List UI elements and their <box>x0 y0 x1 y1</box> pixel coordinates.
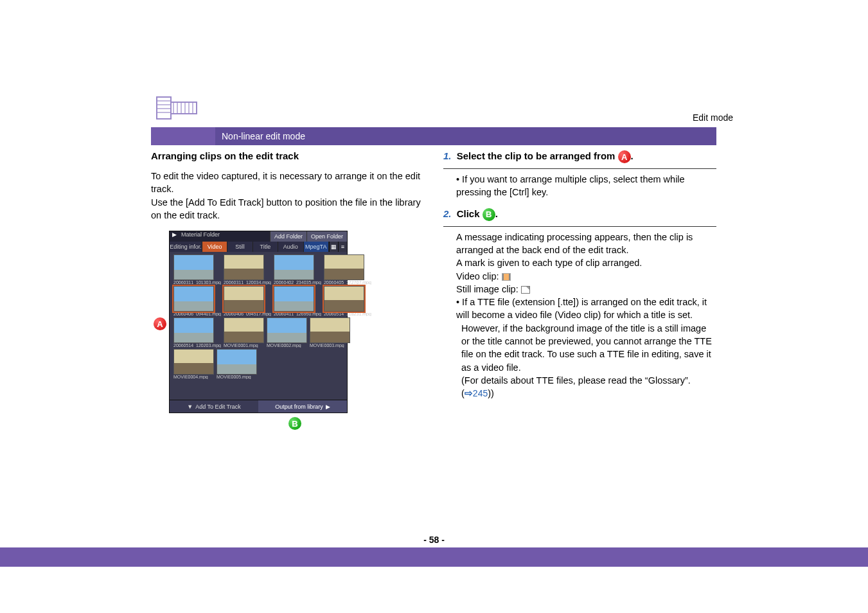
step-1-note: • If you want to arrange multiple clips,… <box>456 173 716 199</box>
tte-note-2: However, if the background image of the … <box>461 322 716 374</box>
thumbnail[interactable] <box>173 254 214 280</box>
open-folder-button[interactable]: Open Folder <box>306 231 347 242</box>
tab-title[interactable]: Title <box>253 242 278 252</box>
thumbnail[interactable] <box>173 317 214 343</box>
video-clip-icon <box>502 273 511 281</box>
thumbnail[interactable] <box>217 349 257 375</box>
badge-b: B <box>288 417 301 430</box>
still-clip-row: Still image clip: <box>456 283 716 296</box>
subheading: Arranging clips on the edit track <box>151 150 424 161</box>
embedded-screenshot: A ▶ Material Folder Add Folder Open Fold… <box>151 231 424 413</box>
thumbnail[interactable] <box>267 317 307 343</box>
svg-rect-0 <box>157 97 171 119</box>
tab-editing-info[interactable]: Editing infor. <box>170 242 202 252</box>
thumbnail[interactable] <box>324 286 364 312</box>
filmstrip-logo <box>154 92 199 124</box>
thumbnail[interactable] <box>173 349 214 375</box>
badge-a: A <box>154 317 166 330</box>
badge-a-inline: A <box>618 150 631 163</box>
thumbnail[interactable] <box>173 286 214 312</box>
thumbnail[interactable] <box>324 254 364 280</box>
intro-para-1: To edit the video captured, it is necess… <box>151 170 424 195</box>
thumbnail[interactable] <box>224 254 264 280</box>
tab-audio[interactable]: Audio <box>278 242 303 252</box>
add-to-edit-track-button[interactable]: ▼ Add To Edit Track <box>170 400 258 413</box>
tte-note-3: (For details about TTE files, please rea… <box>461 374 716 400</box>
intro-para-2: Use the [Add To Edit Track] button to po… <box>151 197 424 222</box>
material-folder-panel: ▶ Material Folder Add Folder Open Folder… <box>169 231 348 413</box>
step-2-body-2: A mark is given to each type of clip arr… <box>456 256 716 269</box>
tab-video[interactable]: Video <box>202 242 227 252</box>
collapse-icon[interactable]: ▶ <box>170 231 179 242</box>
divider <box>443 226 716 227</box>
down-arrow-icon: ▼ <box>187 404 193 410</box>
tab-still-image[interactable]: Still image <box>227 242 252 252</box>
link-arrow-icon: ⇨ <box>465 388 473 398</box>
right-arrow-icon: ▶ <box>326 404 330 410</box>
panel-title: Material Folder <box>179 231 270 242</box>
step-1-heading: 1. Select the clip to be arranged from A… <box>443 150 716 163</box>
tab-mpeg[interactable]: MpegTA <box>304 242 329 252</box>
view-list-icon[interactable]: ≡ <box>338 242 347 252</box>
section-title: Non-linear edit mode <box>215 127 716 145</box>
badge-b-inline: B <box>483 208 495 221</box>
mode-label: Edit mode <box>693 112 733 123</box>
step-2-heading: 2. Click B. <box>443 208 716 221</box>
glossary-link[interactable]: 245 <box>473 388 488 398</box>
tte-note-1: • If a TTE file (extension [.tte]) is ar… <box>456 296 716 322</box>
output-from-library-button[interactable]: Output from library ▶ <box>258 400 347 413</box>
footer-band <box>0 547 868 567</box>
page-number: - 58 - <box>0 535 868 545</box>
video-clip-row: Video clip: <box>456 270 716 283</box>
divider <box>443 168 716 169</box>
view-thumb-icon[interactable]: ▦ <box>329 242 338 252</box>
still-image-clip-icon <box>521 286 530 294</box>
thumbnail[interactable] <box>274 286 314 312</box>
add-folder-button[interactable]: Add Folder <box>270 231 306 242</box>
step-2-body-1: A message indicating processing appears,… <box>456 231 716 257</box>
thumbnail[interactable] <box>310 317 350 343</box>
thumbnail[interactable] <box>274 254 314 280</box>
thumbnail[interactable] <box>224 286 264 312</box>
thumbnail[interactable] <box>224 317 264 343</box>
thumbnail-grid: 20060311_101303.mpg 20060311_120034.mpg … <box>170 252 347 400</box>
